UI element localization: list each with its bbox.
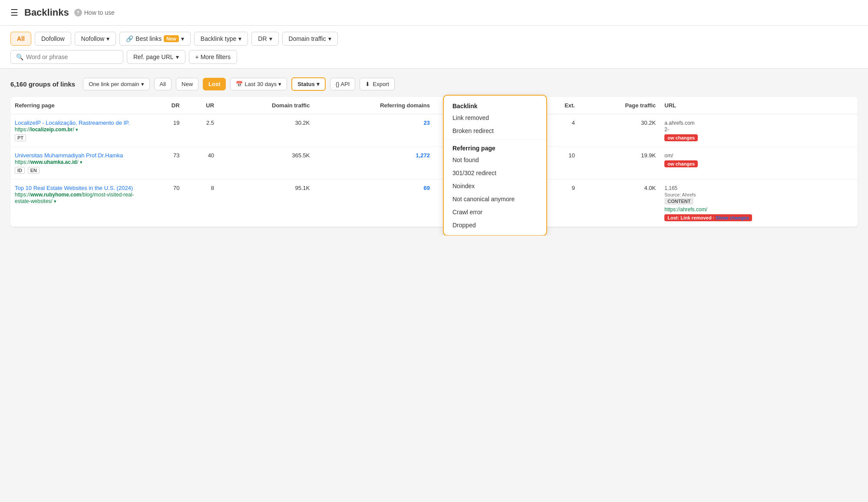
referring-domains-cell-2: 1,272: [314, 147, 434, 180]
referring-page-cell-1: LocalizeIP - Localização, Rastreamento d…: [10, 114, 149, 147]
url-bold-3: www.rubyhome.com: [30, 192, 81, 198]
status-button[interactable]: Status ▾: [291, 77, 326, 91]
best-links-label: Best links: [135, 35, 162, 42]
filter-row-2: 🔍 Ref. page URL ▾ + More filters: [10, 50, 858, 64]
col-referring-page: Referring page: [10, 97, 149, 114]
table-row: LocalizeIP - Localização, Rastreamento d…: [10, 114, 858, 147]
dropdown-item-crawl-error[interactable]: Crawl error: [444, 206, 546, 219]
export-button[interactable]: ⬇ Export: [360, 78, 395, 90]
table-row: Universitas Muhammadiyah Prof.Dr.Hamka h…: [10, 147, 858, 180]
referring-page-url-1[interactable]: https://localizeip.com.br/ ▾: [15, 126, 78, 133]
ref-page-url-button[interactable]: Ref. page URL ▾: [127, 50, 185, 64]
status-caret-icon: ▾: [317, 81, 320, 87]
last-30-days-caret-icon: ▾: [278, 81, 281, 87]
header: ☰ Backlinks ? How to use: [0, 0, 868, 26]
one-link-per-domain-button[interactable]: One link per domain ▾: [83, 78, 149, 90]
ahrefs-url-3[interactable]: https://ahrefs.com/: [664, 206, 707, 213]
dropdown-section-backlink: Backlink: [444, 99, 546, 111]
all-tab-button[interactable]: All: [154, 78, 172, 90]
col-ur: UR: [184, 97, 219, 114]
col-url: URL: [660, 97, 858, 114]
col-page-traffic: Page traffic: [579, 97, 660, 114]
table-header-row: Referring page DR UR Domain traffic Refe…: [10, 97, 858, 114]
dr-button[interactable]: DR ▾: [251, 32, 278, 46]
how-to-use-button[interactable]: ? How to use: [74, 9, 115, 17]
referring-domains-cell-1: 23: [314, 114, 434, 147]
url-bold-1: localizeip.com.br: [30, 126, 73, 133]
domain-traffic-cell-3: 95.1K: [218, 180, 314, 227]
referring-page-cell-2: Universitas Muhammadiyah Prof.Dr.Hamka h…: [10, 147, 149, 180]
dropdown-item-noindex[interactable]: Noindex: [444, 180, 546, 193]
ur-cell-2: 40: [184, 147, 219, 180]
table-toolbar: 6,160 groups of links One link per domai…: [10, 77, 858, 91]
domain-traffic-caret-icon: ▾: [328, 35, 331, 42]
nofollow-filter-button[interactable]: Nofollow ▾: [75, 32, 116, 46]
referring-domains-cell-3: 69: [314, 180, 434, 227]
referring-page-url-3[interactable]: https://www.rubyhome.com/blog/most-visit…: [15, 192, 134, 204]
one-link-per-domain-label: One link per domain: [89, 81, 139, 87]
domain-traffic-label: Domain traffic: [289, 35, 326, 42]
last-30-days-label: Last 30 days: [244, 81, 277, 87]
show-changes-link-3[interactable]: Show changes: [716, 215, 749, 220]
dropdown-item-dropped[interactable]: Dropped: [444, 219, 546, 232]
more-filters-button[interactable]: + More filters: [189, 50, 237, 64]
hamburger-menu-icon[interactable]: ☰: [10, 7, 18, 18]
tag-en: EN: [28, 167, 40, 174]
dropdown-section-referring-page: Referring page: [444, 141, 546, 153]
table-row: Top 10 Real Estate Websites in the U.S. …: [10, 180, 858, 227]
domain-traffic-button[interactable]: Domain traffic ▾: [282, 32, 338, 46]
url-col-text-2: om/: [664, 153, 673, 159]
api-button[interactable]: {} API: [330, 78, 356, 90]
url-caret-2: ▾: [80, 160, 83, 165]
page-traffic-cell-1: 30.2K: [579, 114, 660, 147]
search-icon: 🔍: [16, 53, 23, 60]
one-link-per-domain-caret-icon: ▾: [141, 81, 144, 87]
tag-id: ID: [15, 167, 25, 174]
dropdown-item-301-redirect[interactable]: 301/302 redirect: [444, 166, 546, 180]
best-links-button[interactable]: 🔗 Best links New ▾: [119, 32, 191, 46]
table-section: 6,160 groups of links One link per domai…: [0, 69, 868, 236]
lost-badge-1: ow changes: [664, 134, 698, 141]
referring-page-link-1[interactable]: LocalizeIP - Localização, Rastreamento d…: [15, 120, 130, 126]
dropdown-item-broken-redirect[interactable]: Broken redirect: [444, 124, 546, 137]
dofollow-filter-button[interactable]: Dofollow: [35, 32, 71, 46]
url-bold-2: www.uhamka.ac.id: [30, 159, 77, 165]
new-tab-button[interactable]: New: [176, 78, 198, 90]
help-icon: ?: [74, 9, 82, 17]
lost-badge-2: ow changes: [664, 160, 698, 167]
col-dr: DR: [149, 97, 184, 114]
tag-pt: PT: [15, 134, 26, 141]
url-caret-3: ▾: [54, 199, 56, 204]
app-title: Backlinks: [24, 7, 69, 18]
url-col-cell-2: om/ ow changes: [660, 147, 858, 180]
new-badge: New: [164, 35, 179, 42]
lost-tab-button[interactable]: Lost: [203, 78, 226, 90]
dropdown-item-not-found[interactable]: Not found: [444, 153, 546, 166]
dr-cell-2: 73: [149, 147, 184, 180]
page-traffic-cell-3: 4.0K: [579, 180, 660, 227]
referring-page-cell-3: Top 10 Real Estate Websites in the U.S. …: [10, 180, 149, 227]
last-30-days-button[interactable]: 📅 Last 30 days ▾: [230, 78, 287, 90]
how-to-use-label: How to use: [84, 9, 115, 16]
url-col-text-1: a.ahrefs.com2-: [664, 120, 694, 133]
domain-traffic-cell-2: 365.5K: [218, 147, 314, 180]
export-label: Export: [373, 81, 389, 87]
source-ahrefs-3: Source: Ahrefs: [664, 192, 696, 197]
referring-page-link-2[interactable]: Universitas Muhammadiyah Prof.Dr.Hamka: [15, 152, 123, 159]
dr-cell-3: 70: [149, 180, 184, 227]
backlink-type-button[interactable]: Backlink type ▾: [194, 32, 248, 46]
backlinks-table: Referring page DR UR Domain traffic Refe…: [10, 97, 858, 227]
dropdown-item-not-canonical[interactable]: Not canonical anymore: [444, 193, 546, 206]
all-filter-button[interactable]: All: [10, 32, 31, 46]
dropdown-item-link-removed[interactable]: Link removed: [444, 111, 546, 124]
referring-page-url-2[interactable]: https://www.uhamka.ac.id/ ▾: [15, 159, 83, 165]
status-dropdown: Backlink Link removed Broken redirect Re…: [443, 95, 547, 236]
content-badge-3: CONTENT: [664, 198, 693, 205]
referring-page-link-3[interactable]: Top 10 Real Estate Websites in the U.S. …: [15, 185, 133, 191]
lost-badge-3: Lost: Link removed · Show changes: [664, 214, 752, 221]
search-input[interactable]: [26, 53, 113, 60]
dr-cell-1: 19: [149, 114, 184, 147]
col-domain-traffic: Domain traffic: [218, 97, 314, 114]
url-extra-3: 1,165: [664, 185, 677, 191]
filter-row-1: All Dofollow Nofollow ▾ 🔗 Best links New…: [10, 32, 858, 46]
